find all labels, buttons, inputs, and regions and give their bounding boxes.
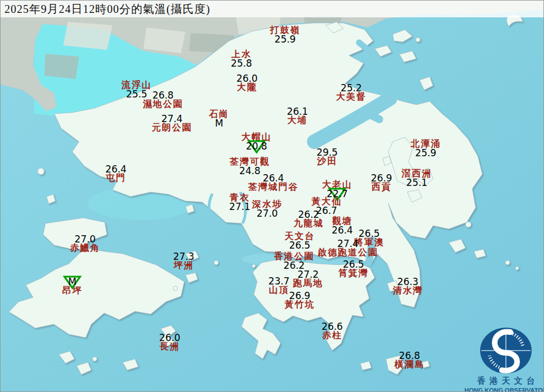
map-title: 2025年9月24日12時00分的氣溫(攝氏度) — [1, 2, 210, 17]
hko-name-english: HONG KONG OBSERVATORY — [464, 387, 544, 392]
junk-bay — [369, 240, 373, 263]
temperature-map: 2025年9月24日12時00分的氣溫(攝氏度) 打鼓嶺25.9上水25.826… — [0, 0, 544, 392]
hko-logo-icon — [478, 327, 534, 375]
title-bar: 2025年9月24日12時00分的氣溫(攝氏度) — [1, 1, 543, 17]
hko-logo: 香港天文台 HONG KONG OBSERVATORY — [464, 327, 544, 392]
hong-kong-map — [1, 1, 544, 392]
hko-name-chinese: 香港天文台 — [468, 376, 544, 386]
